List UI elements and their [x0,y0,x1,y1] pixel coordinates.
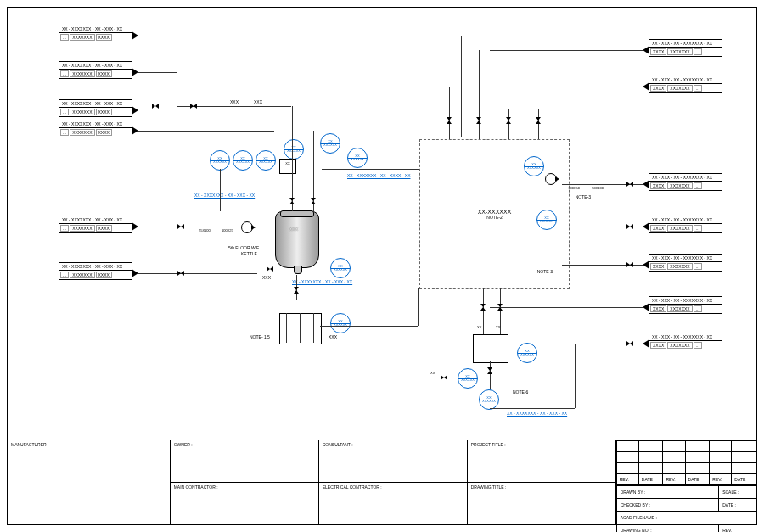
consultant-elec-cell: CONSULTANT : ELECTRICAL CONTRACTOR : [319,440,468,524]
pipe [177,72,177,106]
tag-right-4: XX - XXX - XX - XXXXXXX - XXXXXXXXXXXXX.… [649,216,722,233]
tag-right-5: XX - XXX - XX - XXXXXXX - XXXXXXXXXXXXX.… [649,254,722,272]
line-label: XX - XXXXXXX - XX - XXX - XX [194,193,255,198]
tag-right-2: XX - XXX - XX - XXXXXXX - XXXXXXXXXXXXX.… [649,76,722,93]
pipe [490,307,643,308]
valve-icon [626,262,633,267]
note: NOTE- 1,5 [250,334,270,339]
valve-icon [441,375,447,380]
pipe [418,288,419,326]
arrow-icon [132,106,138,115]
reactor-label: XXX [289,227,298,232]
label: XXX [230,99,239,104]
tag-left-2: XX - XXXXXXX - XX - XXX - XX...XXXXXXXXX… [59,61,132,79]
arrow-icon [132,222,138,231]
arrow-icon [643,260,649,269]
valve-icon [626,224,633,229]
pipe [483,288,484,334]
pipe [220,169,221,211]
tag-left-6: XX - XXXXXXX - XX - XXX - XX...XXXXXXXXX… [59,262,132,280]
vessel-note: NOTE-2 [420,215,569,220]
arrow-icon [132,126,138,135]
pipe [138,227,257,227]
manufacturer-cell: MANUFACTURER : [8,440,171,524]
owner-main-cell: OWNER : MAIN CONTRACTOR : [171,440,319,524]
drawing-sheet: XX - XXXXXXX - XX - XXX - XX...XXXXXXXXX… [0,0,764,532]
arrow-icon [643,46,649,54]
pipe [138,36,461,36]
pipe [479,50,480,139]
valve-icon [267,266,273,272]
pipe [138,273,257,274]
valve-icon [152,104,159,109]
arrow-icon [132,31,138,40]
tag-left-4: XX - XXXXXXX - XX - XXX - XX...XXXXXXXXX… [59,120,132,137]
pipe [322,169,419,170]
valve-icon [480,304,486,311]
project-drawing-cell: PROJECT TITLE : DRAWING TITLE : [468,440,616,524]
reactor-vessel [275,211,319,268]
tag-right-1: XX - XXX - XX - XXXXXXX - XXXXXXXXXXXXX.… [649,39,722,57]
square-instrument: XX [279,159,296,174]
valve-icon [190,104,197,109]
arrow-icon [643,222,649,231]
pipe [449,87,450,139]
valve-icon [497,304,503,311]
small-vessel [473,334,508,363]
instrument-bubble: XXXXXXXX [233,150,253,171]
tag-right-6: XX - XXX - XX - XXXXXXX - XXXXXXXXXXXXX.… [649,296,722,314]
arrow-icon [643,82,649,91]
pipe [313,313,314,343]
pipe [568,184,602,185]
instrument-bubble: XXXXXXXX [284,139,304,160]
pipe [267,169,267,211]
instrument-bubble: XXXXXXXX [320,133,340,154]
vessel-id: XX-XXXXXX [420,209,569,215]
instrument-bubble: XXXXXXXX [210,150,230,171]
valve-icon [294,287,299,294]
pipe [461,36,462,137]
arrow-icon [132,68,138,76]
line-label: XX - XXXXXXX - XX - XXX - XX [292,279,352,284]
valve-icon [476,117,481,124]
instrument-bubble: XXXXXXXX [458,368,478,389]
label: XXX [262,275,271,280]
pipe [575,344,576,408]
valve-icon [289,198,295,204]
instrument-bubble: XXXXXXXX [347,148,368,168]
instrument-bubble: XXXXXXXX [330,313,351,333]
arrow-icon [643,339,649,348]
valve-icon [506,117,511,124]
note: NOTE-3 [576,194,591,199]
valve-icon [626,341,633,346]
reducer-label: 100X25 [222,228,233,232]
reducer-label: 25X100 [199,228,211,232]
pipe [568,265,602,266]
valve-icon [177,271,184,276]
pipe [320,326,418,327]
valve-icon [626,182,633,187]
pipe [490,50,643,51]
valve-icon [536,117,541,124]
line-label: XX - XXXXXXX - XX - XXX - XX [507,411,567,416]
pid-drawing-area: XX - XXXXXXX - XX - XXX - XX...XXXXXXXXX… [8,8,756,440]
pipe [286,313,287,343]
title-block: MANUFACTURER : OWNER : MAIN CONTRACTOR :… [8,440,756,524]
valve-icon [311,198,316,204]
pipe [568,227,602,227]
label: XXX [254,99,262,104]
tag-left-1: XX - XXXXXXX - XX - XXX - XX...XXXXXXXXX… [59,25,132,42]
revision-table: REV.DATEREV.DATEREV.DATE DRAWN BY :SCALE… [616,440,756,524]
tag-left-3: XX - XXXXXXX - XX - XXX - XX...XXXXXXXXX… [59,99,132,117]
reducer-label: 50X100 [592,186,604,190]
label: XX [477,325,481,329]
pipe [292,106,293,211]
pipe [490,87,643,87]
pipe [138,131,274,132]
floor-label: 5th FLOOR W/F [228,245,259,250]
tag-right-3: XX - XXX - XX - XXXXXXX - XXXXXXXXXXXXX.… [649,173,722,191]
pipe [508,109,509,139]
kettle-label: KETTLE [241,251,257,256]
arrow-icon [132,269,138,277]
instrument-bubble: XXXXXXXX [517,343,537,363]
